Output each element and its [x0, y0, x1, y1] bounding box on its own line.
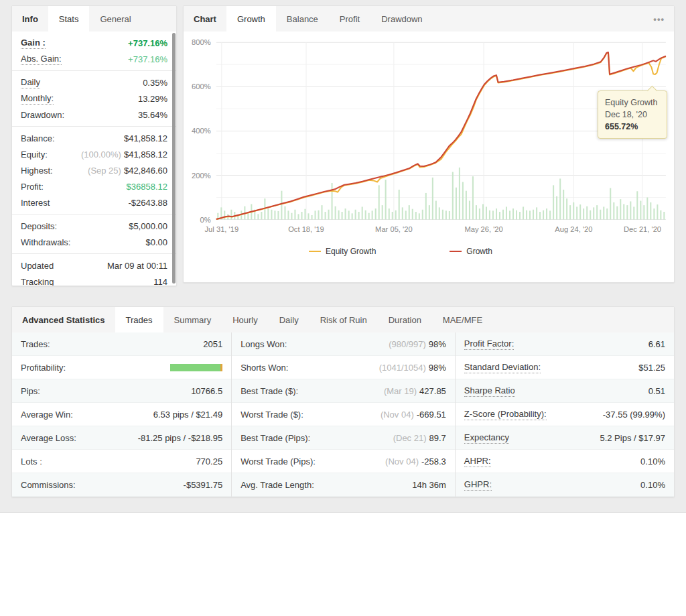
volume-bar — [569, 205, 571, 219]
y-axis-tick: 400% — [192, 127, 211, 135]
chart-tab-drawdown[interactable]: Drawdown — [370, 6, 433, 32]
stat-row-average-win: Average Win:6.53 pips / $21.49 — [12, 403, 231, 426]
volume-bar — [291, 213, 292, 220]
profitability-bar — [170, 364, 222, 371]
volume-bar — [297, 214, 299, 219]
volume-bar — [660, 210, 661, 220]
value-main: 6.53 pips / $21.49 — [153, 410, 222, 420]
value-main: +737.16% — [128, 54, 167, 64]
chart-tab-profit[interactable]: Profit — [329, 6, 370, 32]
info-label[interactable]: Monthly: — [21, 93, 54, 105]
info-group: Deposits:$5,000.00Withdrawals:$0.00 — [12, 214, 176, 253]
info-row-profit: Profit:$36858.12 — [21, 178, 167, 194]
volume-bar — [472, 176, 474, 219]
volume-bar — [519, 212, 521, 220]
value-main: 35.64% — [138, 110, 167, 120]
stat-label: Pips: — [21, 386, 40, 396]
stat-label: Average Loss: — [21, 433, 76, 443]
stat-label[interactable]: AHPR: — [464, 456, 491, 467]
more-options-button[interactable]: ••• — [644, 6, 674, 32]
info-tab-general[interactable]: General — [89, 6, 141, 32]
stat-value: 6.53 pips / $21.49 — [153, 410, 222, 420]
info-value: $41,858.12 — [124, 133, 167, 143]
volume-bar — [579, 204, 581, 219]
info-label: Highest: — [21, 166, 53, 176]
chart-tab-growth[interactable]: Growth — [226, 6, 276, 32]
volume-bar — [355, 210, 356, 220]
stat-row-expectancy: Expectancy5.2 Pips / $17.97 — [456, 426, 674, 450]
info-label[interactable]: Gain : — [21, 38, 46, 49]
stat-column: Trades:2051Profitability:Pips:10766.5Ave… — [12, 332, 231, 497]
value-main: $42,846.60 — [124, 166, 167, 176]
stat-label[interactable]: Standard Deviation: — [464, 362, 541, 373]
stat-value: -81.25 pips / -$218.95 — [138, 433, 222, 443]
volume-bar — [573, 202, 574, 220]
volume-bar — [425, 193, 427, 220]
volume-bar — [586, 206, 588, 220]
stat-label[interactable]: GHPR: — [464, 479, 492, 491]
volume-bar — [653, 208, 655, 220]
growth-chart[interactable]: Jul 31, '19Oct 18, '19Mar 05, '20May 26,… — [185, 34, 670, 243]
stat-label[interactable]: Sharpe Ratio — [464, 385, 515, 397]
volume-bar — [348, 210, 350, 219]
stats-tab-duration[interactable]: Duration — [378, 307, 432, 332]
stats-tab-risk-of-ruin[interactable]: Risk of Ruin — [310, 307, 378, 332]
info-value: -$2643.88 — [128, 198, 167, 208]
volume-bar — [419, 213, 420, 219]
volume-bar — [335, 206, 336, 220]
stats-tab-hourly[interactable]: Hourly — [222, 307, 269, 332]
info-scrollbar-thumb[interactable] — [172, 33, 176, 284]
volume-bar — [372, 210, 373, 219]
value-main: 0.51 — [648, 386, 665, 396]
info-label: Withdrawals: — [21, 237, 70, 247]
stat-value: 2051 — [203, 339, 222, 349]
y-axis-tick: 600% — [192, 82, 211, 90]
value-main: 770.25 — [196, 456, 222, 467]
volume-bar — [566, 198, 567, 219]
chart-tooltip: Equity Growth Dec 18, '20 655.72% — [598, 90, 667, 139]
volume-bar — [616, 206, 618, 220]
value-prefix: (980/997) — [389, 339, 426, 349]
volume-bar — [261, 212, 262, 220]
chart-tab-balance[interactable]: Balance — [276, 6, 329, 32]
stat-label[interactable]: Expectancy — [464, 432, 509, 444]
stat-value: (980/997)98% — [389, 339, 446, 349]
info-label[interactable]: Daily — [21, 77, 40, 88]
value-main: 427.85 — [419, 386, 446, 396]
info-value: (Sep 25)$42,846.60 — [88, 166, 167, 176]
info-value: $36858.12 — [127, 182, 167, 192]
legend-item-growth[interactable]: Growth — [450, 247, 492, 256]
volume-bar — [526, 210, 527, 220]
stat-column: Longs Won:(980/997)98%Shorts Won:(1041/1… — [231, 332, 455, 497]
stats-tab-daily[interactable]: Daily — [269, 307, 310, 332]
value-main: -669.51 — [417, 410, 446, 420]
volume-bar — [409, 205, 410, 219]
stat-row-average-loss: Average Loss:-81.25 pips / -$218.95 — [12, 426, 231, 450]
volume-bar — [385, 180, 387, 219]
volume-bar — [379, 185, 380, 219]
info-tab-stats[interactable]: Stats — [48, 6, 90, 32]
tooltip-value: 655.72% — [605, 121, 660, 133]
stat-row-standard-deviation: Standard Deviation:$51.25 — [456, 356, 674, 379]
volume-bar — [318, 210, 319, 220]
stat-label: Average Win: — [21, 410, 73, 420]
info-row-monthly: Monthly:13.29% — [21, 90, 167, 107]
volume-bar — [610, 188, 611, 220]
stat-label[interactable]: Z-Score (Probability): — [464, 409, 547, 420]
stats-tab-summary[interactable]: Summary — [163, 307, 222, 332]
volume-bar — [439, 207, 440, 219]
stats-tab-mae-mfe[interactable]: MAE/MFE — [432, 307, 493, 332]
stat-label: Worst Trade (Pips): — [241, 456, 316, 467]
value-prefix: (Nov 04) — [385, 456, 419, 467]
info-row-abs-gain: Abs. Gain:+737.16% — [21, 51, 167, 67]
stat-label[interactable]: Profit Factor: — [464, 338, 514, 350]
stat-row-avg-trade-length: Avg. Trade Length:14h 36m — [232, 473, 455, 497]
volume-bar — [375, 208, 376, 220]
stat-row-trades: Trades:2051 — [12, 332, 231, 356]
legend-item-equity-growth[interactable]: Equity Growth — [309, 247, 376, 256]
stats-tab-trades[interactable]: Trades — [115, 307, 163, 332]
chart-title: Chart — [184, 6, 226, 32]
stats-title: Advanced Statistics — [12, 307, 115, 332]
value-main: 13.29% — [138, 94, 167, 104]
info-label[interactable]: Abs. Gain: — [21, 54, 62, 65]
